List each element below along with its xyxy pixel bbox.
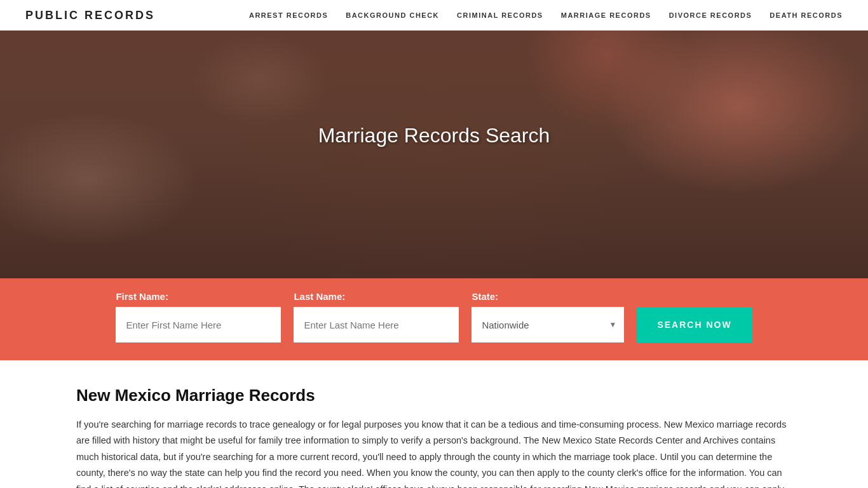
hero-background — [0, 30, 868, 278]
site-header: PUBLIC RECORDS ARREST RECORDS BACKGROUND… — [0, 0, 868, 30]
search-section: First Name: Last Name: State: Nationwide… — [0, 278, 868, 360]
state-label: State: — [471, 291, 624, 302]
nav-criminal-records[interactable]: CRIMINAL RECORDS — [457, 11, 543, 19]
state-field: State: NationwideAlabamaAlaskaArizonaArk… — [471, 291, 624, 342]
search-now-button[interactable]: SEARCH NOW — [637, 307, 752, 342]
state-select[interactable]: NationwideAlabamaAlaskaArizonaArkansasCa… — [471, 307, 624, 342]
site-logo: PUBLIC RECORDS — [25, 9, 155, 22]
first-name-label: First Name: — [116, 291, 281, 302]
last-name-input[interactable] — [294, 307, 459, 342]
state-select-wrapper: NationwideAlabamaAlaskaArizonaArkansasCa… — [471, 307, 624, 342]
content-heading: New Mexico Marriage Records — [76, 386, 792, 405]
nav-death-records[interactable]: DEATH RECORDS — [770, 11, 843, 19]
last-name-label: Last Name: — [294, 291, 459, 302]
content-body: If you're searching for marriage records… — [76, 417, 792, 488]
first-name-field: First Name: — [116, 291, 281, 342]
first-name-input[interactable] — [116, 307, 281, 342]
nav-divorce-records[interactable]: DIVORCE RECORDS — [669, 11, 752, 19]
main-nav: ARREST RECORDS BACKGROUND CHECK CRIMINAL… — [249, 11, 843, 19]
nav-arrest-records[interactable]: ARREST RECORDS — [249, 11, 328, 19]
nav-background-check[interactable]: BACKGROUND CHECK — [346, 11, 439, 19]
last-name-field: Last Name: — [294, 291, 459, 342]
content-section: New Mexico Marriage Records If you're se… — [0, 360, 868, 488]
hero-section: Marriage Records Search — [0, 30, 868, 278]
hero-title: Marriage Records Search — [318, 124, 550, 147]
nav-marriage-records[interactable]: MARRIAGE RECORDS — [561, 11, 651, 19]
